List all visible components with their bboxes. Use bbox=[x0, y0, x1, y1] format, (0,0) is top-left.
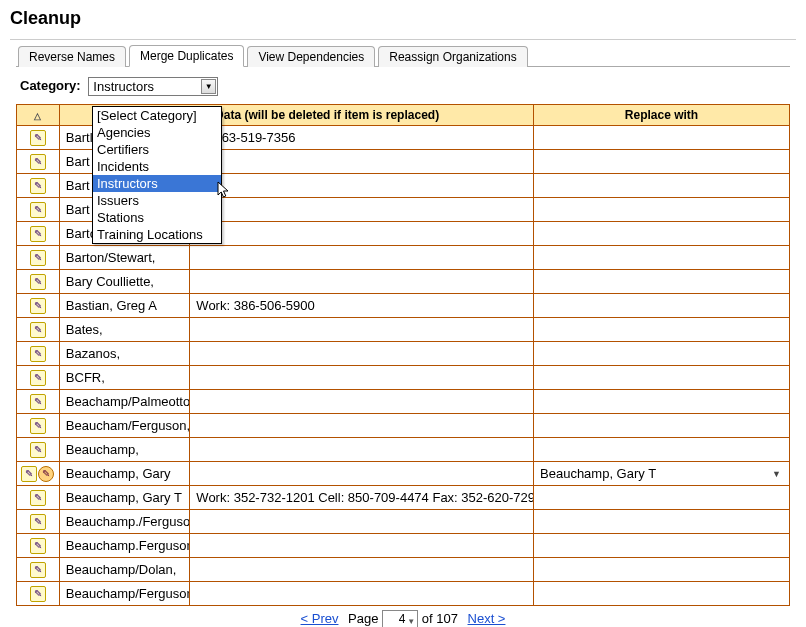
edit-icon[interactable]: ✎ bbox=[30, 274, 46, 290]
edit-cell: ✎ bbox=[17, 534, 60, 558]
edit-icon[interactable]: ✎ bbox=[30, 586, 46, 602]
tab-merge-duplicates[interactable]: Merge Duplicates bbox=[129, 45, 244, 67]
category-select[interactable]: Instructors ▼ bbox=[88, 77, 218, 96]
replace-cell[interactable] bbox=[534, 294, 790, 318]
replace-cell[interactable]: Beauchamp, Gary T▼ bbox=[534, 462, 790, 486]
category-option[interactable]: Training Locations bbox=[93, 226, 221, 243]
replace-cell[interactable] bbox=[534, 222, 790, 246]
chevron-down-icon: ▼ bbox=[772, 469, 783, 479]
name-cell: Beauchamp, Gary bbox=[59, 462, 190, 486]
prev-link[interactable]: < Prev bbox=[301, 611, 339, 626]
table-row: ✎Beauchamp/Dolan, bbox=[17, 558, 790, 582]
category-dropdown[interactable]: [Select Category] Agencies Certifiers In… bbox=[92, 106, 222, 244]
name-cell: Bastian, Greg A bbox=[59, 294, 190, 318]
edit-icon[interactable]: ✎ bbox=[30, 562, 46, 578]
edit-icon[interactable]: ✎ bbox=[30, 226, 46, 242]
edit-icon[interactable]: ✎ bbox=[30, 442, 46, 458]
replace-cell[interactable] bbox=[534, 558, 790, 582]
edit-cell: ✎ bbox=[17, 246, 60, 270]
col-sort[interactable]: △ bbox=[17, 105, 60, 126]
pager-page-label: Page bbox=[348, 611, 378, 626]
edit-cell: ✎✎ bbox=[17, 462, 60, 486]
edit-icon[interactable]: ✎ bbox=[30, 538, 46, 554]
edit-cell: ✎ bbox=[17, 558, 60, 582]
title-separator bbox=[10, 39, 796, 40]
replace-cell[interactable] bbox=[534, 486, 790, 510]
category-option[interactable]: Agencies bbox=[93, 124, 221, 141]
replace-cell[interactable] bbox=[534, 534, 790, 558]
edit-icon[interactable]: ✎ bbox=[30, 298, 46, 314]
edit-icon[interactable]: ✎ bbox=[30, 490, 46, 506]
edit-icon[interactable]: ✎ bbox=[21, 466, 37, 482]
contact-cell bbox=[190, 366, 534, 390]
edit-cell: ✎ bbox=[17, 294, 60, 318]
replace-cell[interactable] bbox=[534, 414, 790, 438]
tab-reverse-names[interactable]: Reverse Names bbox=[18, 46, 126, 67]
table-row: ✎Beaucham/Ferguson, bbox=[17, 414, 790, 438]
replace-cell[interactable] bbox=[534, 318, 790, 342]
edit-cell: ✎ bbox=[17, 366, 60, 390]
name-cell: Beauchamp./Ferguson, bbox=[59, 510, 190, 534]
replace-cell[interactable] bbox=[534, 198, 790, 222]
edit-icon[interactable]: ✎ bbox=[30, 346, 46, 362]
edit-icon[interactable]: ✎ bbox=[30, 394, 46, 410]
replace-cell[interactable] bbox=[534, 390, 790, 414]
edit-icon[interactable]: ✎ bbox=[30, 250, 46, 266]
replace-cell[interactable] bbox=[534, 582, 790, 606]
contact-cell bbox=[190, 414, 534, 438]
chevron-down-icon: ▼ bbox=[201, 79, 216, 94]
edit-icon[interactable]: ✎ bbox=[30, 130, 46, 146]
category-option[interactable]: [Select Category] bbox=[93, 107, 221, 124]
edit-cell: ✎ bbox=[17, 510, 60, 534]
sort-asc-icon: △ bbox=[34, 111, 41, 121]
next-link[interactable]: Next > bbox=[468, 611, 506, 626]
replace-cell[interactable] bbox=[534, 126, 790, 150]
category-row: Category: Instructors ▼ [Select Category… bbox=[20, 77, 790, 96]
edit-cell: ✎ bbox=[17, 486, 60, 510]
contact-cell bbox=[190, 534, 534, 558]
name-cell: Beachamp/Palmeotto, bbox=[59, 390, 190, 414]
name-cell: Bary Coulliette, bbox=[59, 270, 190, 294]
edit-cell: ✎ bbox=[17, 222, 60, 246]
category-option[interactable]: Certifiers bbox=[93, 141, 221, 158]
annotate-icon[interactable]: ✎ bbox=[38, 466, 54, 482]
contact-cell bbox=[190, 462, 534, 486]
replace-cell[interactable] bbox=[534, 150, 790, 174]
replace-cell[interactable] bbox=[534, 246, 790, 270]
edit-icon[interactable]: ✎ bbox=[30, 178, 46, 194]
replace-cell[interactable] bbox=[534, 270, 790, 294]
replace-cell[interactable] bbox=[534, 510, 790, 534]
table-row: ✎Beauchamp.Ferguson, bbox=[17, 534, 790, 558]
name-cell: Beauchamp/Dolan, bbox=[59, 558, 190, 582]
name-cell: BCFR, bbox=[59, 366, 190, 390]
replace-cell[interactable] bbox=[534, 438, 790, 462]
edit-cell: ✎ bbox=[17, 318, 60, 342]
replace-cell[interactable] bbox=[534, 366, 790, 390]
contact-cell bbox=[190, 174, 534, 198]
pager: < Prev Page 4 ▼ of 107 Next > bbox=[16, 610, 790, 627]
category-option[interactable]: Incidents bbox=[93, 158, 221, 175]
edit-icon[interactable]: ✎ bbox=[30, 418, 46, 434]
page-select[interactable]: 4 ▼ bbox=[382, 610, 418, 627]
category-option[interactable]: Instructors bbox=[93, 175, 221, 192]
replace-select[interactable]: Beauchamp, Gary T▼ bbox=[540, 466, 783, 481]
tab-reassign-organizations[interactable]: Reassign Organizations bbox=[378, 46, 527, 67]
table-row: ✎Beauchamp./Ferguson, bbox=[17, 510, 790, 534]
replace-cell[interactable] bbox=[534, 342, 790, 366]
edit-icon[interactable]: ✎ bbox=[30, 514, 46, 530]
replace-cell[interactable] bbox=[534, 174, 790, 198]
edit-icon[interactable]: ✎ bbox=[30, 154, 46, 170]
col-replace-with[interactable]: Replace with bbox=[534, 105, 790, 126]
tab-view-dependencies[interactable]: View Dependencies bbox=[247, 46, 375, 67]
edit-icon[interactable]: ✎ bbox=[30, 322, 46, 338]
category-option[interactable]: Stations bbox=[93, 209, 221, 226]
table-row: ✎Bary Coulliette, bbox=[17, 270, 790, 294]
table-row: ✎Bazanos, bbox=[17, 342, 790, 366]
edit-cell: ✎ bbox=[17, 414, 60, 438]
category-option[interactable]: Issuers bbox=[93, 192, 221, 209]
edit-icon[interactable]: ✎ bbox=[30, 370, 46, 386]
edit-cell: ✎ bbox=[17, 342, 60, 366]
pager-total: 107 bbox=[436, 611, 458, 626]
chevron-down-icon: ▼ bbox=[407, 614, 415, 627]
edit-icon[interactable]: ✎ bbox=[30, 202, 46, 218]
